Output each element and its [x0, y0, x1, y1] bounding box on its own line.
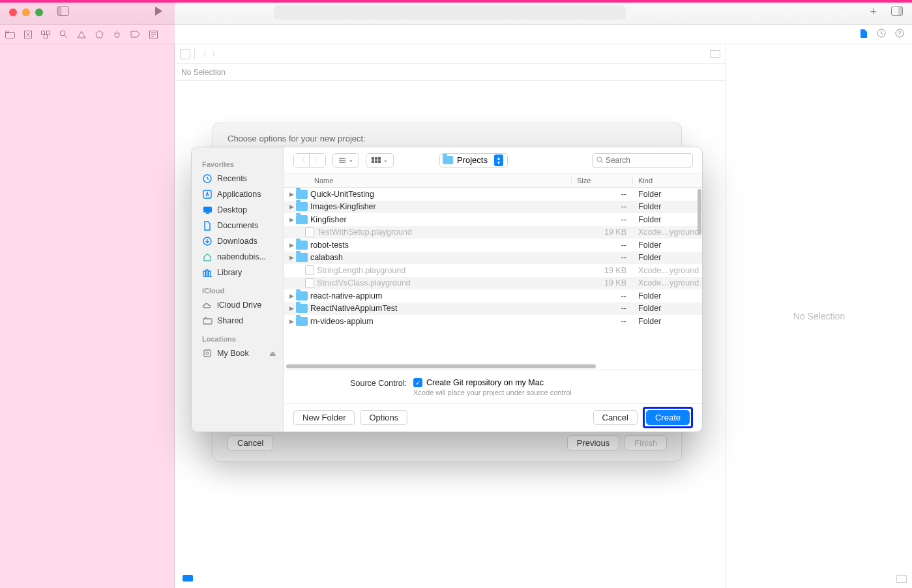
- sidebar-item-icloud-0[interactable]: iCloud Drive: [201, 297, 284, 313]
- kind-column-header[interactable]: Kind: [633, 177, 702, 184]
- new-folder-button[interactable]: New Folder: [293, 410, 355, 425]
- checkbox-checked-icon[interactable]: ✓: [413, 378, 422, 387]
- svg-text:?: ?: [898, 30, 901, 37]
- file-name: Quick-UnitTesting: [310, 190, 572, 199]
- filter-icon[interactable]: [183, 575, 193, 581]
- create-button[interactable]: Create: [646, 410, 690, 425]
- file-size: --: [572, 190, 633, 199]
- name-column-header[interactable]: Name: [284, 177, 572, 184]
- file-row[interactable]: ▶ calabash -- Folder: [284, 252, 702, 265]
- file-row[interactable]: ▶ ReactNativeAppiumTest -- Folder: [284, 302, 702, 316]
- view-mode-button[interactable]: ⌄: [332, 153, 359, 168]
- breakpoints-icon[interactable]: [130, 31, 140, 38]
- nav-forward-icon[interactable]: 〉: [211, 48, 220, 60]
- zoom-window-icon[interactable]: [35, 8, 43, 16]
- disclosure-icon[interactable]: ▶: [284, 216, 293, 223]
- file-row[interactable]: ▶ robot-tests -- Folder: [284, 239, 702, 252]
- issues-icon[interactable]: [77, 31, 86, 38]
- editor-options-icon[interactable]: [710, 50, 720, 58]
- svg-rect-18: [203, 207, 212, 213]
- toggle-inspector-icon[interactable]: [891, 7, 903, 16]
- sidebar-item-fav-5[interactable]: nabendubis...: [201, 249, 284, 265]
- sidebar-item-fav-4[interactable]: Downloads: [201, 233, 284, 249]
- svg-rect-21: [203, 319, 212, 324]
- svg-rect-26: [378, 157, 381, 160]
- history-inspector-icon[interactable]: [877, 29, 886, 38]
- file-size: 19 KB: [572, 228, 633, 237]
- editor-subtoolbar: 〈 〉: [175, 44, 726, 64]
- sidebar-item-loc-0[interactable]: My Book⏏: [201, 345, 284, 361]
- file-row: StringLength.playground 19 KB Xcode…ygro…: [284, 264, 702, 277]
- column-headers: Name Size Kind: [284, 173, 702, 188]
- file-row[interactable]: ▶ rn-videos-appium -- Folder: [284, 315, 702, 328]
- sidebar-item-fav-3[interactable]: Documents: [201, 218, 284, 233]
- search-input[interactable]: [606, 156, 688, 165]
- options-button[interactable]: Options: [360, 410, 407, 425]
- inspector-no-selection-label: No Selection: [793, 311, 845, 321]
- sidebar-item-icloud-1[interactable]: Shared: [201, 313, 284, 329]
- run-button-icon[interactable]: [153, 5, 164, 17]
- folder-icon: [296, 317, 308, 326]
- playground-icon: [305, 265, 314, 275]
- disclosure-icon[interactable]: ▶: [284, 318, 293, 325]
- sidebar-item-fav-0[interactable]: Recents: [201, 171, 284, 186]
- disclosure-icon[interactable]: ▶: [284, 203, 293, 210]
- sidebar-item-label: Library: [217, 268, 242, 277]
- no-selection-label: No Selection: [175, 64, 726, 81]
- minimize-window-icon[interactable]: [22, 8, 30, 16]
- location-popup[interactable]: Projects ▲▼: [439, 153, 508, 168]
- file-size: 19 KB: [572, 278, 633, 287]
- folder-icon[interactable]: [5, 31, 15, 38]
- reports-icon[interactable]: [149, 31, 158, 38]
- sheet-finish-button: Finish: [625, 435, 667, 450]
- sidebar-item-fav-1[interactable]: Applications: [201, 186, 284, 202]
- close-window-icon[interactable]: [9, 8, 17, 16]
- symbols-icon[interactable]: [41, 31, 50, 38]
- file-row[interactable]: ▶ Kingfisher -- Folder: [284, 213, 702, 226]
- sidebar-item-fav-2[interactable]: Desktop: [201, 202, 284, 218]
- disclosure-icon[interactable]: ▶: [284, 254, 293, 261]
- search-field[interactable]: [592, 153, 693, 168]
- disclosure-icon[interactable]: ▶: [284, 191, 293, 198]
- sidebar-item-fav-6[interactable]: Library: [201, 265, 284, 280]
- file-name: calabash: [310, 253, 572, 262]
- sidebar-item-label: iCloud Drive: [217, 301, 261, 310]
- folder-icon: [296, 253, 308, 262]
- eject-icon[interactable]: ⏏: [269, 349, 276, 358]
- file-name: Kingfisher: [310, 215, 572, 224]
- file-row[interactable]: ▶ Quick-UnitTesting -- Folder: [284, 188, 702, 201]
- navigator-toolbar: [0, 25, 912, 44]
- size-column-header[interactable]: Size: [572, 177, 633, 184]
- nav-back-icon[interactable]: 〈: [199, 48, 207, 60]
- file-kind: Xcode…yground: [633, 228, 702, 237]
- debug-icon[interactable]: [113, 30, 121, 38]
- file-inspector-icon[interactable]: [859, 29, 868, 38]
- toggle-navigator-icon[interactable]: [57, 7, 69, 16]
- file-size: --: [572, 241, 633, 250]
- save-dialog: Favorites Recents Applications Desktop D…: [191, 147, 703, 432]
- help-inspector-icon[interactable]: ?: [895, 29, 904, 38]
- file-name: Images-Kingfisher: [310, 202, 572, 211]
- file-row[interactable]: ▶ Images-Kingfisher -- Folder: [284, 201, 702, 214]
- disclosure-icon[interactable]: ▶: [284, 305, 293, 312]
- git-checkbox-row[interactable]: ✓ Create Git repository on my Mac: [413, 378, 572, 387]
- vertical-scrollbar[interactable]: [698, 189, 701, 235]
- horizontal-scrollbar[interactable]: [286, 364, 596, 368]
- bottom-panel-icon[interactable]: [896, 575, 907, 583]
- sheet-previous-button[interactable]: Previous: [567, 435, 620, 450]
- cancel-button[interactable]: Cancel: [593, 410, 638, 425]
- add-tab-icon[interactable]: +: [870, 5, 877, 19]
- disclosure-icon[interactable]: ▶: [284, 293, 293, 299]
- file-kind: Folder: [633, 253, 702, 262]
- svg-rect-25: [375, 157, 377, 160]
- source-control-icon[interactable]: [24, 31, 32, 38]
- search-icon[interactable]: [59, 30, 68, 38]
- related-items-icon[interactable]: [180, 49, 190, 59]
- tests-icon[interactable]: [95, 30, 104, 38]
- disclosure-icon[interactable]: ▶: [284, 242, 293, 248]
- file-list[interactable]: ▶ Quick-UnitTesting -- Folder ▶ Images-K…: [284, 188, 702, 370]
- download-icon: [202, 236, 213, 246]
- group-by-button[interactable]: ⌄: [366, 153, 394, 168]
- file-row[interactable]: ▶ react-native-appium -- Folder: [284, 289, 702, 302]
- sheet-cancel-button[interactable]: Cancel: [228, 435, 273, 450]
